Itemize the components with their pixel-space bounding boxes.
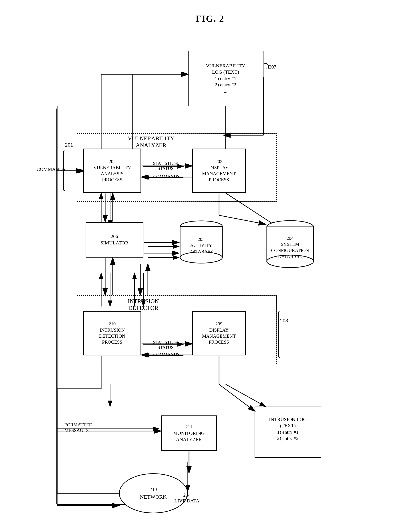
stats-status-label-1: STATISTICS/ STATUS (147, 161, 185, 171)
svg-line-25 (226, 384, 266, 407)
commands-label-1: COMMANDS (154, 174, 180, 179)
ref-201: 201 (65, 142, 73, 148)
system-config-db-cylinder: 204 SYSTEM CONFIGURATION DATABASE (266, 220, 315, 269)
stats-status-label-2: STATISTICS/ STATUS (147, 340, 185, 350)
svg-line-65 (219, 384, 255, 411)
ref-208: 208 (280, 318, 288, 323)
formatted-messages-label: FORMATTED MESSAGES (64, 422, 109, 433)
ref-207-bracket: ⌒ (264, 67, 270, 76)
svg-line-50 (219, 215, 265, 224)
activity-db-cylinder: 205 ACTIVITY DATABASE (179, 220, 223, 264)
ref-207: 207 (269, 64, 276, 70)
live-data-label: 214 LIVE DATA (175, 492, 200, 504)
diagram-container: VULNERABILITY LOG (TEXT) 1) entry #1 2) … (32, 33, 388, 522)
vulnerability-log-label: VULNERABILITY LOG (TEXT) 1) entry #1 2) … (206, 63, 245, 95)
vulnerability-log-box: VULNERABILITY LOG (TEXT) 1) entry #1 2) … (188, 51, 264, 106)
vulnerability-analyzer-label: VULNERABILITY ANALYZER (128, 135, 174, 148)
dmp-209-box: 209 DISPLAY MANAGEMENT PROCESS (192, 311, 246, 355)
vap-box: 202 VULNERABILITY ANALYSIS PROCESS (83, 148, 141, 193)
monitoring-analyzer-box: 211 MONITORING ANALYZER (161, 415, 217, 451)
simulator-box: 206 SIMULATOR (86, 222, 143, 258)
page-title: FIG. 2 (0, 0, 420, 33)
commands-left-label: COMMANDS (37, 166, 57, 172)
dmp-203-box: 203 DISPLAY MANAGEMENT PROCESS (192, 148, 246, 193)
intrusion-log-box: INTRUSION LOG (TEXT) 1) entry #1 2) entr… (255, 407, 321, 458)
intrusion-detector-label: INTRUSION DETECTOR (128, 298, 159, 311)
idp-box: 210 INTRUSION DETECTION PROCESS (83, 311, 141, 355)
commands-label-2: COMMANDS (154, 352, 180, 357)
